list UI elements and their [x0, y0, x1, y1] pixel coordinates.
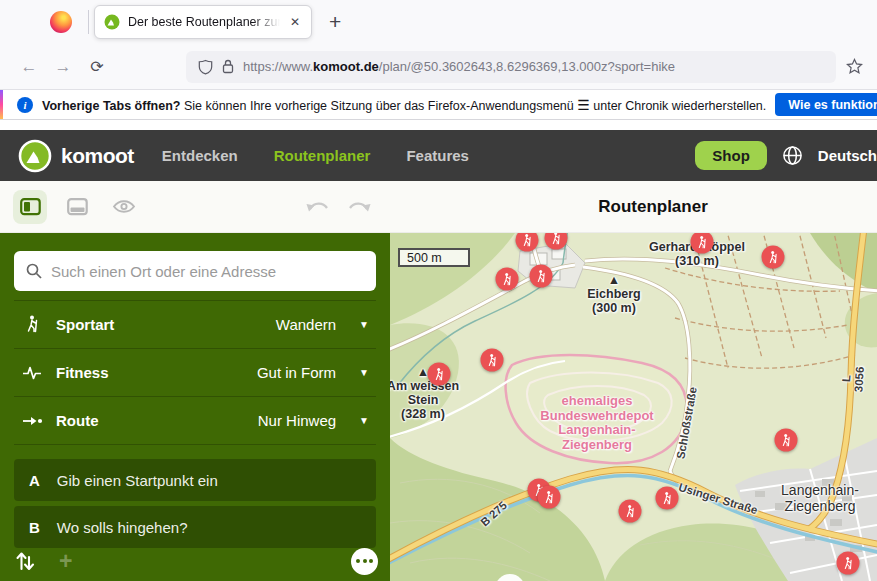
- chevron-down-icon: ▼: [359, 367, 369, 378]
- setting-label: Fitness: [56, 364, 109, 381]
- hiker-glyph: [780, 433, 793, 447]
- waypoint-destination-field[interactable]: B Wo solls hingehen?: [14, 506, 376, 548]
- visibility-toggle-button[interactable]: [107, 190, 141, 224]
- firefox-icon[interactable]: [50, 11, 72, 33]
- setting-value: Wandern: [276, 316, 336, 333]
- chevron-down-icon: ▼: [359, 415, 369, 426]
- setting-label: Route: [56, 412, 99, 429]
- how-it-works-button[interactable]: Wie es funktioniert: [775, 93, 877, 116]
- session-restore-infobar: i Vorherige Tabs öffnen? Sie können Ihre…: [0, 90, 877, 120]
- map-marker-hiker[interactable]: [762, 246, 785, 269]
- sidebar-bottom-actions: +: [16, 546, 378, 576]
- tab-title: Der beste Routenplaner zum Ra: [128, 15, 280, 29]
- browser-tab[interactable]: Der beste Routenplaner zum Ra ✕: [94, 5, 312, 39]
- nav-features[interactable]: Features: [406, 147, 469, 164]
- tab-close-icon[interactable]: ✕: [288, 15, 302, 29]
- hiker-glyph: [501, 272, 514, 286]
- url-bar[interactable]: https://www.komoot.de/plan/@50.3602643,8…: [186, 51, 836, 83]
- nav-routenplaner[interactable]: Routenplaner: [274, 147, 371, 164]
- nav-entdecken[interactable]: Entdecken: [162, 147, 238, 164]
- infobar-message: Vorherige Tabs öffnen? Sie können Ihre v…: [42, 97, 766, 113]
- chevron-down-icon: ▼: [359, 319, 369, 330]
- tab-bar: Der beste Routenplaner zum Ra ✕ +: [0, 0, 877, 44]
- undo-icon: [306, 199, 332, 215]
- swap-waypoints-icon[interactable]: [16, 550, 35, 572]
- map-marker-hiker[interactable]: [619, 500, 642, 523]
- map-label: ▲ Eichberg (300 m): [587, 273, 641, 315]
- setting-row-route[interactable]: Route Nur Hinweg ▼: [14, 396, 376, 444]
- more-options-button[interactable]: [351, 548, 378, 575]
- page-title: Routenplaner: [598, 197, 708, 217]
- browser-window: Der beste Routenplaner zum Ra ✕ + ← → ⟳ …: [0, 0, 877, 581]
- planner-content: Sportart Wandern ▼ Fitness Gut in Form ▼: [0, 233, 877, 581]
- redo-button[interactable]: [341, 190, 375, 224]
- redo-icon: [345, 199, 371, 215]
- map-marker-hiker[interactable]: [538, 486, 561, 509]
- tab-divider: [88, 10, 89, 34]
- route-arrow-icon: [21, 414, 43, 428]
- bookmark-star-icon[interactable]: [846, 58, 863, 75]
- waypoint-placeholder: Gib einen Startpunkt ein: [57, 472, 218, 489]
- setting-label: Sportart: [56, 316, 114, 333]
- hiker-glyph: [842, 556, 855, 570]
- new-tab-button[interactable]: +: [329, 10, 341, 34]
- setting-value: Gut in Form: [257, 364, 336, 381]
- map-marker-hiker[interactable]: [837, 552, 860, 575]
- setting-row-fitness[interactable]: Fitness Gut in Form ▼: [14, 348, 376, 396]
- panel-left-icon: [20, 198, 41, 216]
- location-search[interactable]: [14, 251, 376, 291]
- info-icon: i: [17, 97, 33, 113]
- map-marker-hiker[interactable]: [656, 487, 679, 510]
- map-canvas[interactable]: 500 m Gerhardsköppel (310 m)▲ Eichberg (…: [390, 233, 877, 581]
- map-marker-hiker[interactable]: [496, 268, 519, 291]
- language-selector[interactable]: Deutsch: [818, 147, 877, 164]
- sidebar-toggle-button[interactable]: [13, 190, 47, 224]
- hiker-glyph: [521, 233, 534, 247]
- hiker-glyph: [767, 250, 780, 264]
- bottom-panel-toggle-button[interactable]: [60, 190, 94, 224]
- hamburger-menu-icon: ☰: [577, 97, 590, 113]
- panel-bottom-icon: [67, 198, 88, 216]
- map-scale: 500 m: [398, 248, 470, 267]
- planner-sidebar: Sportart Wandern ▼ Fitness Gut in Form ▼: [0, 233, 390, 581]
- eye-icon: [112, 198, 136, 215]
- map-marker-hiker[interactable]: [428, 363, 451, 386]
- waypoint-placeholder: Wo solls hingehen?: [57, 519, 188, 536]
- reload-button[interactable]: ⟳: [80, 57, 114, 76]
- url-text[interactable]: https://www.komoot.de/plan/@50.3602643,8…: [243, 59, 675, 74]
- forward-button[interactable]: →: [46, 57, 80, 77]
- pulse-icon: [21, 365, 43, 381]
- map-label: Langenhain- Ziegenberg: [781, 483, 859, 514]
- hiker-icon: [21, 315, 43, 334]
- planner-toolbar: Routenplaner: [0, 181, 877, 233]
- waypoint-key: B: [29, 519, 40, 536]
- komoot-header: komoot Entdecken Routenplaner Features S…: [0, 130, 877, 181]
- hiker-glyph: [661, 491, 674, 505]
- globe-icon[interactable]: [782, 145, 803, 166]
- lock-icon[interactable]: [222, 59, 234, 74]
- komoot-favicon: [104, 14, 120, 30]
- setting-value: Nur Hinweg: [258, 412, 336, 429]
- search-input[interactable]: [51, 263, 364, 280]
- hiker-glyph: [535, 269, 548, 283]
- map-label: L 3056: [839, 365, 866, 392]
- hiker-glyph: [624, 504, 637, 518]
- waypoint-start-field[interactable]: A Gib einen Startpunkt ein: [14, 459, 376, 501]
- shop-button[interactable]: Shop: [695, 141, 767, 170]
- map-marker-hiker[interactable]: [530, 265, 553, 288]
- add-waypoint-button[interactable]: +: [59, 551, 72, 571]
- page-content: komoot Entdecken Routenplaner Features S…: [0, 130, 877, 581]
- back-button[interactable]: ←: [12, 57, 46, 77]
- navigation-bar: ← → ⟳ https://www.komoot.de/plan/@50.360…: [0, 44, 877, 90]
- main-nav: Entdecken Routenplaner Features: [162, 147, 469, 164]
- map-marker-hiker[interactable]: [481, 349, 504, 372]
- hiker-glyph: [543, 490, 556, 504]
- komoot-logo[interactable]: [18, 139, 52, 173]
- setting-row-sportart[interactable]: Sportart Wandern ▼: [14, 300, 376, 348]
- hiker-glyph: [696, 235, 709, 249]
- shield-icon[interactable]: [198, 59, 213, 75]
- map-marker-hiker[interactable]: [775, 429, 798, 452]
- tour-settings: Sportart Wandern ▼ Fitness Gut in Form ▼: [14, 300, 376, 445]
- brand-name[interactable]: komoot: [61, 144, 134, 168]
- undo-button[interactable]: [302, 190, 336, 224]
